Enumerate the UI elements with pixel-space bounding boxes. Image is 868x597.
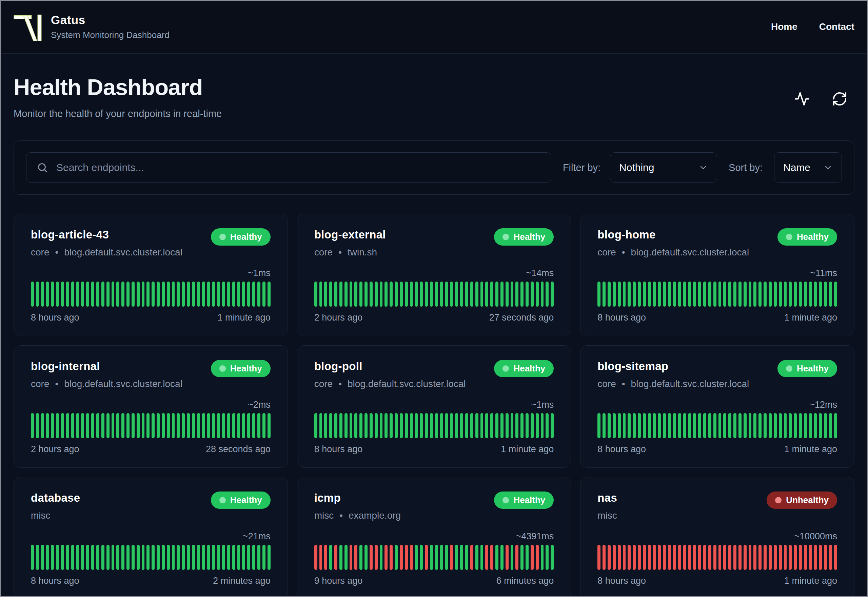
history-bar[interactable]	[603, 413, 606, 438]
activity-button[interactable]	[794, 91, 810, 107]
endpoint-card[interactable]: icmp misc • example.org Healthy ~4391ms …	[297, 477, 571, 597]
history-bar[interactable]	[96, 413, 99, 438]
history-bar[interactable]	[834, 413, 837, 438]
history-bar[interactable]	[814, 413, 817, 438]
history-bar[interactable]	[354, 413, 357, 438]
history-bar[interactable]	[739, 413, 742, 438]
history-bar[interactable]	[834, 545, 837, 570]
history-bar[interactable]	[708, 545, 711, 570]
history-bar[interactable]	[187, 282, 190, 307]
history-bar[interactable]	[217, 282, 220, 307]
uptime-history-chart[interactable]	[31, 282, 271, 307]
history-bar[interactable]	[505, 545, 509, 570]
history-bar[interactable]	[339, 413, 342, 438]
history-bar[interactable]	[435, 413, 438, 438]
history-bar[interactable]	[628, 413, 631, 438]
history-bar[interactable]	[380, 545, 383, 570]
history-bar[interactable]	[71, 282, 74, 307]
history-bar[interactable]	[242, 545, 245, 570]
history-bar[interactable]	[314, 282, 317, 307]
history-bar[interactable]	[370, 413, 373, 438]
history-bar[interactable]	[126, 545, 129, 570]
history-bar[interactable]	[633, 413, 636, 438]
uptime-history-chart[interactable]	[31, 545, 271, 570]
history-bar[interactable]	[197, 282, 200, 307]
history-bar[interactable]	[607, 282, 611, 307]
history-bar[interactable]	[445, 282, 448, 307]
history-bar[interactable]	[121, 545, 124, 570]
history-bar[interactable]	[653, 282, 656, 307]
history-bar[interactable]	[490, 545, 493, 570]
history-bar[interactable]	[495, 545, 498, 570]
history-bar[interactable]	[364, 282, 367, 307]
history-bar[interactable]	[257, 545, 261, 570]
history-bar[interactable]	[126, 413, 129, 438]
history-bar[interactable]	[794, 282, 797, 307]
history-bar[interactable]	[380, 413, 383, 438]
history-bar[interactable]	[520, 545, 523, 570]
history-bar[interactable]	[116, 282, 119, 307]
history-bar[interactable]	[633, 282, 636, 307]
history-bar[interactable]	[618, 282, 621, 307]
history-bar[interactable]	[339, 282, 342, 307]
history-bar[interactable]	[400, 282, 403, 307]
history-bar[interactable]	[485, 282, 488, 307]
history-bar[interactable]	[111, 282, 115, 307]
history-bar[interactable]	[613, 282, 616, 307]
history-bar[interactable]	[753, 413, 757, 438]
history-bar[interactable]	[678, 545, 681, 570]
history-bar[interactable]	[490, 413, 493, 438]
history-bar[interactable]	[66, 413, 69, 438]
history-bar[interactable]	[177, 413, 180, 438]
history-bar[interactable]	[804, 413, 807, 438]
history-bar[interactable]	[162, 282, 165, 307]
history-bar[interactable]	[31, 413, 34, 438]
history-bar[interactable]	[784, 282, 787, 307]
history-bar[interactable]	[66, 545, 69, 570]
history-bar[interactable]	[470, 413, 473, 438]
history-bar[interactable]	[354, 545, 357, 570]
history-bar[interactable]	[247, 282, 250, 307]
history-bar[interactable]	[207, 413, 210, 438]
history-bar[interactable]	[268, 413, 271, 438]
history-bar[interactable]	[445, 413, 448, 438]
filter-select[interactable]: Nothing	[610, 152, 717, 183]
history-bar[interactable]	[733, 413, 736, 438]
history-bar[interactable]	[405, 282, 408, 307]
history-bar[interactable]	[425, 282, 428, 307]
history-bar[interactable]	[475, 545, 478, 570]
history-bar[interactable]	[157, 545, 160, 570]
history-bar[interactable]	[545, 413, 549, 438]
history-bar[interactable]	[753, 545, 757, 570]
history-bar[interactable]	[779, 413, 782, 438]
endpoint-card[interactable]: blog-poll core • blog.default.svc.cluste…	[297, 345, 571, 468]
history-bar[interactable]	[147, 282, 150, 307]
history-bar[interactable]	[643, 282, 646, 307]
history-bar[interactable]	[334, 545, 337, 570]
history-bar[interactable]	[678, 282, 681, 307]
history-bar[interactable]	[450, 282, 453, 307]
history-bar[interactable]	[460, 545, 463, 570]
history-bar[interactable]	[107, 545, 110, 570]
history-bar[interactable]	[86, 545, 89, 570]
history-bar[interactable]	[536, 282, 539, 307]
history-bar[interactable]	[151, 282, 155, 307]
history-bar[interactable]	[324, 545, 327, 570]
history-bar[interactable]	[455, 545, 458, 570]
history-bar[interactable]	[520, 282, 523, 307]
history-bar[interactable]	[638, 545, 641, 570]
history-bar[interactable]	[420, 545, 423, 570]
history-bar[interactable]	[744, 413, 747, 438]
history-bar[interactable]	[718, 282, 721, 307]
history-bar[interactable]	[167, 413, 170, 438]
history-bar[interactable]	[475, 282, 478, 307]
history-bar[interactable]	[744, 282, 747, 307]
history-bar[interactable]	[490, 282, 493, 307]
history-bar[interactable]	[440, 545, 443, 570]
history-bar[interactable]	[222, 413, 225, 438]
history-bar[interactable]	[673, 413, 676, 438]
history-bar[interactable]	[425, 413, 428, 438]
history-bar[interactable]	[809, 282, 812, 307]
uptime-history-chart[interactable]	[597, 413, 837, 438]
history-bar[interactable]	[779, 545, 782, 570]
